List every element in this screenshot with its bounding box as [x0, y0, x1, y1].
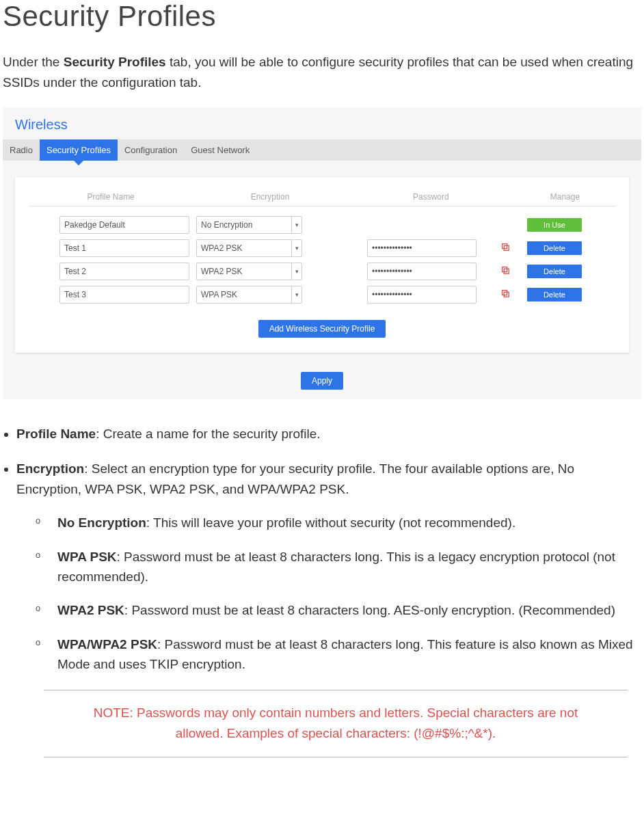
page-title: Security Profiles: [3, 0, 641, 33]
sub-label: WPA PSK: [57, 550, 117, 564]
header-password: Password: [347, 192, 515, 202]
wireless-tabs: Radio Security Profiles Configuration Gu…: [3, 139, 641, 161]
table-row: ▾ Delete: [22, 237, 622, 260]
svg-rect-1: [504, 245, 509, 250]
profile-name-input[interactable]: [59, 286, 189, 304]
bullet-text: : Create a name for the security profile…: [96, 427, 320, 441]
copy-icon[interactable]: [500, 242, 510, 254]
delete-button[interactable]: Delete: [527, 288, 582, 301]
svg-rect-2: [502, 267, 507, 271]
encryption-select[interactable]: ▾: [196, 263, 302, 280]
sub-label: WPA/WPA2 PSK: [57, 637, 157, 651]
sub-text: : This will leave your profile without s…: [146, 515, 515, 530]
status-badge: In Use: [527, 218, 582, 232]
sub-text: : Password must be at least 8 characters…: [57, 550, 615, 584]
svg-rect-0: [502, 243, 507, 248]
intro-text: Under the: [3, 55, 64, 69]
encryption-select[interactable]: ▾: [196, 286, 302, 304]
svg-rect-5: [504, 292, 509, 297]
encryption-value[interactable]: [196, 216, 302, 234]
copy-icon[interactable]: [500, 288, 510, 300]
list-item: WPA/WPA2 PSK: Password must be at least …: [36, 634, 641, 675]
bullet-text: : Select an encryption type for your sec…: [16, 461, 574, 496]
note-block: NOTE: Passwords may only contain numbers…: [44, 690, 628, 757]
sub-text: : Password must be at least 8 characters…: [124, 603, 615, 617]
list-item: Profile Name: Create a name for the secu…: [16, 424, 641, 444]
tab-radio[interactable]: Radio: [3, 139, 40, 161]
encryption-value[interactable]: [196, 239, 302, 257]
profile-name-input[interactable]: [59, 216, 189, 234]
delete-button[interactable]: Delete: [527, 265, 582, 278]
header-manage: Manage: [515, 192, 615, 202]
bullet-label: Profile Name: [16, 427, 96, 441]
description-list: Profile Name: Create a name for the secu…: [16, 424, 641, 675]
wireless-heading: Wireless: [3, 107, 641, 139]
delete-button[interactable]: Delete: [527, 241, 582, 255]
table-header: Profile Name Encryption Password Manage: [29, 192, 615, 206]
intro-bold: Security Profiles: [64, 55, 166, 69]
list-item: WPA PSK: Password must be at least 8 cha…: [36, 547, 641, 587]
list-item: WPA2 PSK: Password must be at least 8 ch…: [36, 600, 641, 620]
profile-name-input[interactable]: [59, 263, 189, 280]
list-item: Encryption: Select an encryption type fo…: [16, 459, 641, 675]
copy-icon[interactable]: [500, 265, 510, 277]
table-row: ▾ In Use: [22, 213, 622, 237]
password-input[interactable]: [367, 239, 477, 257]
table-row: ▾ Delete: [22, 283, 622, 306]
sub-label: No Encryption: [57, 515, 146, 530]
svg-rect-3: [504, 269, 509, 273]
password-input[interactable]: [367, 286, 477, 304]
encryption-select[interactable]: ▾: [196, 239, 302, 257]
password-input[interactable]: [367, 263, 477, 280]
add-profile-button[interactable]: Add Wireless Security Profile: [258, 320, 386, 338]
sub-label: WPA2 PSK: [57, 603, 124, 617]
tab-security-profiles[interactable]: Security Profiles: [40, 139, 118, 161]
sub-list: No Encryption: This will leave your prof…: [36, 513, 641, 675]
intro-paragraph: Under the Security Profiles tab, you wil…: [3, 52, 641, 94]
wireless-panel: Wireless Radio Security Profiles Configu…: [3, 107, 641, 399]
encryption-select[interactable]: ▾: [196, 216, 302, 234]
table-row: ▾ Delete: [22, 260, 622, 283]
profiles-card: Profile Name Encryption Password Manage …: [15, 177, 629, 353]
apply-button[interactable]: Apply: [301, 372, 343, 390]
list-item: No Encryption: This will leave your prof…: [36, 513, 641, 533]
header-encryption: Encryption: [193, 192, 347, 202]
encryption-value[interactable]: [196, 286, 302, 304]
header-profile-name: Profile Name: [29, 192, 193, 202]
encryption-value[interactable]: [196, 263, 302, 280]
tab-configuration[interactable]: Configuration: [118, 139, 184, 161]
svg-rect-4: [502, 290, 507, 295]
profile-name-input[interactable]: [59, 239, 189, 257]
bullet-label: Encryption: [16, 461, 84, 476]
tab-guest-network[interactable]: Guest Network: [184, 139, 256, 161]
